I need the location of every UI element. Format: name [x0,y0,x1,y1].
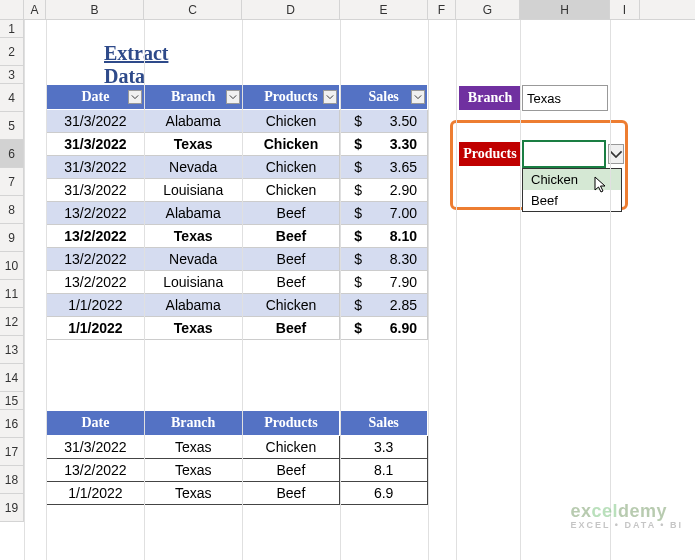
t2-header-branch: Branch [144,411,242,436]
column-headers: ABCDEFGHI [0,0,695,20]
filter-button[interactable] [411,90,425,104]
t1-header-sales: Sales [340,85,428,110]
table-row: 13/2/2022TexasBeef8.1 [47,459,428,482]
mouse-cursor-icon [594,176,610,194]
table-row: 31/3/2022AlabamaChicken$3.50 [47,110,428,133]
chevron-down-icon [609,150,623,158]
col-header-B[interactable]: B [46,0,144,19]
table-row: 31/3/2022LouisianaChicken$2.90 [47,179,428,202]
row-header-4[interactable]: 4 [0,84,23,112]
row-header-3[interactable]: 3 [0,66,23,84]
table-row: 31/3/2022TexasChicken$3.30 [47,133,428,156]
row-header-1[interactable]: 1 [0,20,23,38]
row-header-11[interactable]: 11 [0,280,23,308]
t2-header-products: Products [242,411,340,436]
row-header-7[interactable]: 7 [0,168,23,196]
row-header-6[interactable]: 6 [0,140,23,168]
t1-header-date: Date [47,85,145,110]
table-row: 13/2/2022AlabamaBeef$7.00 [47,202,428,225]
data-table-main: DateBranchProductsSales 31/3/2022Alabama… [46,84,428,340]
products-value-cell[interactable] [522,140,606,168]
table-row: 1/1/2022TexasBeef6.9 [47,482,428,505]
row-header-19[interactable]: 19 [0,494,23,522]
col-header-G[interactable]: G [456,0,520,19]
t2-header-sales: Sales [340,411,428,436]
row-header-10[interactable]: 10 [0,252,23,280]
row-header-17[interactable]: 17 [0,438,23,466]
filter-button[interactable] [128,90,142,104]
row-header-14[interactable]: 14 [0,364,23,392]
col-header-C[interactable]: C [144,0,242,19]
table-header-row: DateBranchProductsSales [47,85,428,110]
col-header-D[interactable]: D [242,0,340,19]
row-header-18[interactable]: 18 [0,466,23,494]
row-headers: 12345678910111213141516171819 [0,20,24,522]
data-table-filtered: DateBranchProductsSales 31/3/2022TexasCh… [46,410,428,505]
table2-header-row: DateBranchProductsSales [47,411,428,436]
t1-header-products: Products [242,85,340,110]
col-header-A[interactable]: A [24,0,46,19]
row-header-15[interactable]: 15 [0,392,23,410]
row-header-8[interactable]: 8 [0,196,23,224]
col-header-F[interactable]: F [428,0,456,19]
row-header-5[interactable]: 5 [0,112,23,140]
col-header-I[interactable]: I [610,0,640,19]
products-label: Products [458,141,522,167]
table-row: 13/2/2022LouisianaBeef$7.90 [47,271,428,294]
row-header-9[interactable]: 9 [0,224,23,252]
col-header-E[interactable]: E [340,0,428,19]
t1-header-branch: Branch [144,85,242,110]
filter-button[interactable] [226,90,240,104]
col-header-H[interactable]: H [520,0,610,19]
branch-label: Branch [458,85,522,111]
select-all-corner[interactable] [0,0,24,19]
row-header-12[interactable]: 12 [0,308,23,336]
table-row: 13/2/2022NevadaBeef$8.30 [47,248,428,271]
table-row: 31/3/2022NevadaChicken$3.65 [47,156,428,179]
table-row: 31/3/2022TexasChicken3.3 [47,436,428,459]
row-header-13[interactable]: 13 [0,336,23,364]
t2-header-date: Date [47,411,145,436]
table-row: 1/1/2022TexasBeef$6.90 [47,317,428,340]
watermark: exceldemy EXCEL • DATA • BI [571,501,683,530]
filter-button[interactable] [323,90,337,104]
table-row: 1/1/2022AlabamaChicken$2.85 [47,294,428,317]
branch-value-cell[interactable]: Texas [522,85,608,111]
row-header-2[interactable]: 2 [0,38,23,66]
table-row: 13/2/2022TexasBeef$8.10 [47,225,428,248]
row-header-16[interactable]: 16 [0,410,23,438]
